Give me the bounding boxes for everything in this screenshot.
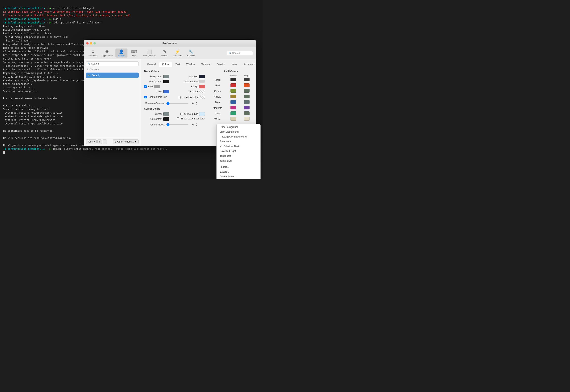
remove-profile-button[interactable]: − xyxy=(103,140,107,144)
ansi-row: Magenta xyxy=(209,105,253,111)
toolbar-search-input[interactable] xyxy=(232,52,251,55)
colors-content: Basic Colors Foreground Background xyxy=(144,70,253,130)
tags-button[interactable]: Tags > xyxy=(86,140,97,144)
badge-swatch[interactable] xyxy=(199,85,205,88)
tab-window[interactable]: Window xyxy=(183,62,198,67)
ansi-normal-swatch[interactable] xyxy=(231,95,236,98)
links-label: Links xyxy=(144,90,162,93)
ansi-normal-swatch[interactable] xyxy=(231,106,236,110)
left-panel: 🔍 Profile Name ★ Default Tags > + − ⊙ Ot… xyxy=(84,59,141,146)
toolbar-appearance[interactable]: 👁 Appearance xyxy=(100,49,115,57)
terminal-line: (✱|default:cloud)mcampbell-1✦ ~ ▶ sudo a… xyxy=(3,21,259,25)
selection-swatch[interactable] xyxy=(199,75,205,78)
dropdown-item-tango-light[interactable]: Tango Light xyxy=(217,158,260,163)
ansi-normal-swatch[interactable] xyxy=(231,83,236,87)
profile-actions: Tags > + − ⊙ Other Actions... ▼ xyxy=(86,138,139,144)
terminal-line: Reading state information... Done xyxy=(3,32,259,35)
cursor-boost-down-button[interactable]: ▼ xyxy=(195,125,198,126)
tab-general[interactable]: General xyxy=(144,62,159,67)
ansi-normal-swatch[interactable] xyxy=(231,100,236,104)
ansi-normal-swatch[interactable] xyxy=(231,117,236,121)
ansi-bright-swatch[interactable] xyxy=(244,95,250,98)
cursor-text-swatch[interactable] xyxy=(163,117,169,121)
ansi-bright-swatch[interactable] xyxy=(244,117,250,121)
toolbar-keys[interactable]: ⌨ Keys xyxy=(128,48,140,57)
ansi-normal-header: Normal xyxy=(226,74,240,77)
toolbar-shortcuts[interactable]: ⚡ Shortcuts xyxy=(171,48,184,57)
dialog-minimize-button[interactable] xyxy=(90,42,92,44)
contrast-down-button[interactable]: ▼ xyxy=(195,103,198,105)
toolbar-general[interactable]: ⚙ General xyxy=(87,48,99,57)
ansi-bright-swatch[interactable] xyxy=(244,83,250,87)
underline-checkbox[interactable] xyxy=(178,96,181,99)
tab-colors[interactable]: Colors xyxy=(159,62,172,67)
ansi-normal-swatch[interactable] xyxy=(231,78,236,81)
smart-box-checkbox[interactable] xyxy=(177,117,179,120)
dropdown-item-solarized-dark[interactable]: Solarized Dark xyxy=(217,144,260,149)
terminal-line: Reading package lists... Done xyxy=(3,25,259,28)
ansi-normal-swatch[interactable] xyxy=(231,112,236,115)
dropdown-item-smooooth[interactable]: Smooooth xyxy=(217,139,260,144)
contrast-slider[interactable] xyxy=(166,103,188,104)
ansi-normal-swatch[interactable] xyxy=(231,89,236,93)
ansi-bright-swatch[interactable] xyxy=(244,78,250,81)
background-swatch[interactable] xyxy=(163,80,169,83)
dropdown-item-import[interactable]: Import... xyxy=(217,165,260,169)
brighten-col: Brighten bold text xyxy=(144,96,173,101)
ansi-bright-swatch[interactable] xyxy=(244,100,250,104)
bold-swatch[interactable] xyxy=(154,85,160,88)
underline-swatch[interactable] xyxy=(199,96,205,99)
tab-color-label: Tab color xyxy=(180,90,198,93)
toolbar-search-box: 🔍 xyxy=(227,51,253,55)
foreground-row: Foreground xyxy=(144,75,173,78)
profile-item-default[interactable]: ★ Default xyxy=(86,72,139,78)
cursor-guide-swatch[interactable] xyxy=(199,112,205,116)
foreground-swatch[interactable] xyxy=(163,75,169,78)
ansi-bright-swatch[interactable] xyxy=(244,106,250,110)
profile-search-input[interactable] xyxy=(91,62,137,65)
dropdown-item-solarized-light[interactable]: Solarized Light xyxy=(217,149,260,154)
links-swatch[interactable] xyxy=(163,90,169,93)
cursor-boost-slider[interactable] xyxy=(166,124,188,125)
ansi-color-name: White xyxy=(209,116,226,122)
selected-text-swatch[interactable] xyxy=(199,80,205,83)
tab-keys[interactable]: Keys xyxy=(229,62,240,67)
toolbar-advanced[interactable]: 🔧 Advanced xyxy=(185,48,197,57)
terminal-line: E: Unable to acquire the dpkg frontend l… xyxy=(3,14,259,17)
dropdown-item-export[interactable]: Export... xyxy=(217,169,260,174)
toolbar-pointer[interactable]: 🖱 Pointer xyxy=(159,49,171,57)
tab-text[interactable]: Text xyxy=(172,62,183,67)
cursor-text-label: Cursor text xyxy=(144,118,162,120)
brighten-bold-checkbox[interactable] xyxy=(144,96,147,98)
other-actions-button[interactable]: ⊙ Other Actions... ▼ xyxy=(113,140,139,144)
dropdown-item-tango-dark[interactable]: Tango Dark xyxy=(217,154,260,158)
tab-advanced-right[interactable]: Advanced xyxy=(240,62,256,67)
ansi-bright-swatch[interactable] xyxy=(244,89,250,93)
dialog-close-button[interactable] xyxy=(86,42,89,44)
cursor-colors-title: Cursor Colors xyxy=(144,107,205,110)
bold-checkbox[interactable] xyxy=(144,85,147,88)
underline-color-row: Underline color xyxy=(176,96,205,99)
cursor-guide-checkbox[interactable] xyxy=(180,113,183,115)
dropdown-item-delete[interactable]: Delete Preset... xyxy=(217,174,260,179)
ansi-title: ANSI Colors xyxy=(209,70,253,73)
cursor-swatch[interactable] xyxy=(163,112,169,116)
add-profile-button[interactable]: + xyxy=(97,140,102,144)
toolbar-profiles[interactable]: 👤 Profiles xyxy=(115,48,127,57)
ansi-color-name: Yellow xyxy=(209,94,226,100)
dropdown-item-pastel-dark[interactable]: Pastel (Dark Background) xyxy=(217,134,260,139)
dropdown-item-light-bg[interactable]: Light Background xyxy=(217,129,260,134)
cursor-guide-label: Cursor guide xyxy=(184,113,198,115)
tab-terminal[interactable]: Terminal xyxy=(198,62,213,67)
search-icon: 🔍 xyxy=(229,52,232,54)
smart-box-label: Smart box cursor color xyxy=(181,117,205,120)
toolbar-arrangements[interactable]: ⬜ Arrangements xyxy=(141,48,158,57)
cursor-left-col: Cursor Cursor text xyxy=(144,112,173,122)
tab-color-swatch[interactable] xyxy=(199,90,205,93)
dropdown-item-dark-bg[interactable]: Dark Background xyxy=(217,125,260,129)
other-actions-icon: ⊙ xyxy=(114,140,116,143)
tab-session[interactable]: Session xyxy=(214,62,228,67)
cursor-row: Cursor xyxy=(144,112,173,116)
ansi-bright-swatch[interactable] xyxy=(244,112,250,115)
dialog-maximize-button[interactable] xyxy=(93,42,96,44)
